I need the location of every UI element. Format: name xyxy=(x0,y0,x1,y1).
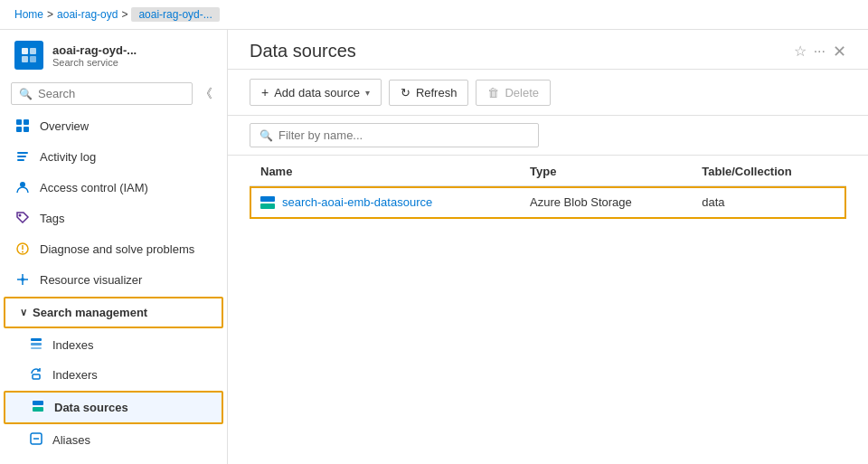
sidebar-search-input[interactable] xyxy=(38,87,184,100)
ds-bar-top xyxy=(260,196,275,202)
sidebar-item-label-indexers: Indexers xyxy=(52,368,98,382)
refresh-icon: ↻ xyxy=(401,86,410,99)
sidebar: aoai-rag-oyd-... Search service 🔍 《 Over… xyxy=(0,30,228,464)
page-title: Data sources xyxy=(250,41,356,62)
svg-point-15 xyxy=(22,251,24,253)
svg-rect-21 xyxy=(31,338,42,341)
sidebar-item-access-control[interactable]: Access control (IAM) xyxy=(0,172,227,203)
svg-rect-2 xyxy=(22,56,28,62)
svg-point-11 xyxy=(20,182,25,187)
breadcrumb-home[interactable]: Home xyxy=(14,8,43,21)
col-header-type: Type xyxy=(519,156,691,186)
table-row[interactable]: search-aoai-emb-datasource Azure Blob St… xyxy=(250,186,846,219)
svg-rect-6 xyxy=(16,127,22,132)
sidebar-item-label-access-control: Access control (IAM) xyxy=(40,181,148,194)
add-data-source-button[interactable]: + Add data source ▾ xyxy=(250,79,382,106)
sidebar-item-tags[interactable]: Tags xyxy=(0,203,227,233)
sidebar-item-label-indexes: Indexes xyxy=(52,338,94,352)
sidebar-item-label-tags: Tags xyxy=(40,212,64,225)
service-subtitle: Search service xyxy=(52,57,137,68)
sidebar-item-indexes[interactable]: Indexes xyxy=(0,330,227,360)
resource-visualizer-icon xyxy=(14,271,31,288)
svg-rect-9 xyxy=(17,156,26,157)
delete-button[interactable]: 🗑 Delete xyxy=(476,80,551,106)
data-sources-icon xyxy=(31,399,45,416)
sidebar-item-aliases[interactable]: Aliases xyxy=(0,425,227,455)
table-body: search-aoai-emb-datasource Azure Blob St… xyxy=(250,186,846,219)
col-header-table-collection: Table/Collection xyxy=(691,156,846,186)
svg-point-12 xyxy=(19,214,22,217)
cell-name: search-aoai-emb-datasource xyxy=(250,186,519,219)
sidebar-pin-button[interactable]: 《 xyxy=(196,84,216,104)
diagnose-icon xyxy=(14,241,31,257)
sidebar-item-label-activity-log: Activity log xyxy=(40,150,96,164)
data-source-link[interactable]: search-aoai-emb-datasource xyxy=(260,195,508,209)
ds-bar-bottom xyxy=(260,204,275,209)
add-chevron-icon: ▾ xyxy=(365,88,370,98)
filter-input[interactable] xyxy=(278,128,529,142)
add-data-source-label: Add data source xyxy=(274,86,360,99)
svg-rect-5 xyxy=(24,119,29,125)
sidebar-item-indexers[interactable]: Indexers xyxy=(0,360,227,390)
sidebar-item-label-data-sources: Data sources xyxy=(54,401,128,414)
cell-type: Azure Blob Storage xyxy=(519,186,691,219)
datasource-icon xyxy=(260,196,275,209)
aliases-icon xyxy=(29,431,43,449)
sidebar-section-search-management[interactable]: ∨ Search management xyxy=(4,297,223,328)
service-info: aoai-rag-oyd-... Search service xyxy=(52,43,137,68)
sidebar-search-box[interactable]: 🔍 xyxy=(11,82,193,105)
delete-label: Delete xyxy=(505,86,539,99)
breadcrumb-current: aoai-rag-oyd-... xyxy=(131,7,219,22)
sidebar-service-header: aoai-rag-oyd-... Search service xyxy=(0,30,227,77)
sidebar-section-label: Search management xyxy=(33,306,147,319)
col-header-name: Name xyxy=(250,156,519,186)
svg-rect-24 xyxy=(33,374,40,379)
svg-rect-10 xyxy=(17,159,24,161)
filter-bar: 🔍 xyxy=(228,116,868,156)
svg-point-16 xyxy=(21,278,24,281)
service-title: aoai-rag-oyd-... xyxy=(52,43,137,57)
svg-rect-8 xyxy=(17,152,28,154)
sidebar-item-label-aliases: Aliases xyxy=(52,433,90,447)
delete-icon: 🗑 xyxy=(487,86,499,99)
breadcrumb: Home > aoai-rag-oyd > aoai-rag-oyd-... xyxy=(0,0,868,30)
sidebar-item-activity-log[interactable]: Activity log xyxy=(0,141,227,172)
sidebar-search-area: 🔍 《 xyxy=(0,77,227,110)
svg-rect-25 xyxy=(33,401,43,405)
refresh-button[interactable]: ↻ Refresh xyxy=(389,80,469,106)
sidebar-item-label-diagnose: Diagnose and solve problems xyxy=(40,242,194,256)
svg-rect-22 xyxy=(31,343,42,346)
breadcrumb-service[interactable]: aoai-rag-oyd xyxy=(57,8,118,21)
filter-input-wrapper[interactable]: 🔍 xyxy=(250,123,539,147)
svg-rect-1 xyxy=(30,48,36,54)
add-icon: + xyxy=(261,85,269,99)
sidebar-item-overview[interactable]: Overview xyxy=(0,110,227,141)
table-header: Name Type Table/Collection xyxy=(250,156,846,186)
close-icon[interactable]: ✕ xyxy=(833,42,846,62)
tags-icon xyxy=(14,210,31,226)
indexes-icon xyxy=(29,336,43,354)
data-sources-table: Name Type Table/Collection xyxy=(250,156,846,219)
chevron-down-icon: ∨ xyxy=(20,307,27,318)
datasource-bars-icon xyxy=(260,196,275,209)
toolbar: + Add data source ▾ ↻ Refresh 🗑 Delete xyxy=(228,70,868,116)
service-icon xyxy=(14,41,43,70)
indexers-icon xyxy=(29,366,43,384)
page-title-text: Data sources xyxy=(250,41,356,62)
activity-log-icon xyxy=(14,148,31,165)
overview-icon xyxy=(14,118,31,134)
sidebar-item-resource-visualizer[interactable]: Resource visualizer xyxy=(0,264,227,295)
sidebar-item-diagnose[interactable]: Diagnose and solve problems xyxy=(0,233,227,264)
sidebar-item-data-sources[interactable]: Data sources xyxy=(4,391,223,424)
favorite-icon[interactable]: ☆ xyxy=(794,43,807,60)
sidebar-item-label-overview: Overview xyxy=(40,119,89,133)
title-actions: ☆ ··· ✕ xyxy=(794,42,846,62)
more-options-icon[interactable]: ··· xyxy=(814,43,826,60)
sidebar-item-label-resource-visualizer: Resource visualizer xyxy=(40,273,142,287)
sidebar-item-skillsets[interactable]: Skillsets xyxy=(0,455,227,464)
svg-rect-0 xyxy=(22,48,28,54)
svg-rect-26 xyxy=(33,407,43,412)
sidebar-nav: Overview Activity log Access control (IA… xyxy=(0,110,227,464)
svg-rect-3 xyxy=(30,56,36,62)
access-control-icon xyxy=(14,179,31,195)
